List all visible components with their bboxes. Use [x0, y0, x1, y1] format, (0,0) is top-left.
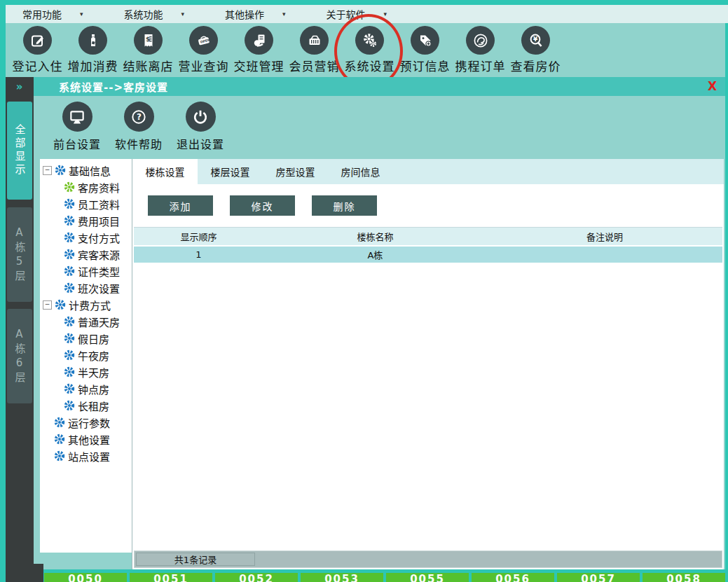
- membership-card-icon: [300, 26, 329, 55]
- content-panel: 楼栋设置 楼层设置 房型设置 房间信息 添加 修改 删除 显示顺序 楼栋名称 备…: [132, 159, 724, 569]
- room-tile[interactable]: 0057: [557, 573, 640, 582]
- settings-toolbar-label: 前台设置: [53, 135, 101, 152]
- tree-label: 宾客来源: [78, 247, 120, 262]
- toolbar-label: 预订信息: [400, 57, 451, 74]
- column-header-display-order: 显示顺序: [134, 230, 263, 243]
- delete-button[interactable]: 删除: [312, 195, 377, 216]
- settings-toolbar-label: 软件帮助: [115, 135, 163, 152]
- tree-label: 计费方式: [69, 298, 111, 312]
- gear-icon: [54, 450, 65, 462]
- tab-room-info[interactable]: 房间信息: [328, 159, 393, 184]
- svg-text:¥: ¥: [533, 36, 538, 43]
- toolbar-checkout-button[interactable]: $ 结账离店: [121, 26, 176, 74]
- tree-node-runtime-params[interactable]: 运行参数: [41, 414, 132, 431]
- toolbar-label: 携程订单: [455, 57, 506, 74]
- record-count: 共1条记录: [136, 553, 255, 566]
- tree-node-shift-settings[interactable]: 班次设置: [41, 279, 132, 296]
- tree-node-staff-data[interactable]: 员工资料: [41, 195, 132, 212]
- tree-node-long-term-room[interactable]: 长租房: [41, 397, 132, 414]
- gear-icon: [64, 249, 75, 260]
- tree-label: 客房资料: [78, 180, 120, 195]
- menu-item-about-software[interactable]: 关于软件 ▾: [310, 5, 411, 23]
- room-price-search-icon: ¥: [521, 26, 550, 55]
- room-tile[interactable]: 0055: [386, 573, 469, 582]
- toolbar-add-consumption-button[interactable]: 增加消费: [65, 26, 121, 74]
- room-tile[interactable]: 0050: [44, 573, 127, 582]
- gear-icon: [64, 232, 75, 243]
- toolbar-booking-info-button[interactable]: 预订信息: [397, 26, 453, 74]
- side-tab-building-a-floor5[interactable]: A栋5层: [7, 207, 32, 302]
- modify-button[interactable]: 修改: [230, 195, 295, 216]
- add-button[interactable]: 添加: [148, 195, 213, 216]
- toolbar-view-room-price-button[interactable]: ¥ 查看房价: [508, 26, 563, 74]
- tree-node-basic-info[interactable]: − 基础信息: [41, 162, 132, 179]
- menu-item-other-operations[interactable]: 其他操作 ▾: [208, 5, 310, 23]
- gear-icon: [64, 282, 75, 293]
- software-help-button[interactable]: ? 软件帮助: [108, 102, 170, 152]
- sidebar-collapse-icon[interactable]: »: [6, 77, 34, 93]
- menu-item-system-functions[interactable]: 系统功能 ▾: [107, 5, 209, 23]
- toolbar-membership-marketing-button[interactable]: 会员营销: [287, 26, 342, 74]
- toolbar-ctrip-orders-button[interactable]: 携程订单: [453, 26, 508, 74]
- side-tab-building-a-floor6[interactable]: A栋6层: [7, 309, 32, 403]
- chevron-down-icon: ▾: [384, 11, 387, 18]
- toolbar-label: 查看房价: [511, 57, 561, 74]
- menu-bar: 常用功能 ▾ 系统功能 ▾ 其他操作 ▾ 关于软件 ▾: [6, 5, 728, 23]
- exit-settings-button[interactable]: 退出设置: [170, 102, 231, 152]
- toolbar-label: 登记入住: [13, 57, 63, 74]
- tree-node-hourly-room[interactable]: 钟点房: [41, 380, 132, 397]
- side-tab-show-all[interactable]: 全部显示: [7, 102, 32, 200]
- tree-node-fee-items[interactable]: 费用项目: [41, 212, 132, 229]
- app-window: 常用功能 ▾ 系统功能 ▾ 其他操作 ▾ 关于软件 ▾ 登记入住 增加消费: [0, 0, 728, 582]
- tree-label: 半天房: [78, 365, 109, 380]
- tree-expander-icon[interactable]: −: [43, 166, 52, 175]
- room-tile[interactable]: 0058: [643, 573, 725, 582]
- tree-node-id-types[interactable]: 证件类型: [41, 263, 132, 279]
- settings-toolbar-label: 退出设置: [177, 135, 224, 152]
- room-tile[interactable]: 0053: [301, 573, 383, 582]
- tree-node-site-settings[interactable]: 站点设置: [41, 448, 132, 464]
- room-tile[interactable]: 0052: [215, 573, 298, 582]
- toolbar-checkin-button[interactable]: 登记入住: [10, 26, 65, 74]
- frontdesk-monitor-icon: [62, 102, 92, 132]
- table-row[interactable]: 1 A栋: [134, 247, 722, 264]
- close-icon[interactable]: X: [708, 79, 717, 93]
- tree-node-payment-methods[interactable]: 支付方式: [41, 229, 132, 246]
- toolbar-label: 结账离店: [123, 57, 174, 74]
- toolbar-business-query-button[interactable]: OPEN 营业查询: [176, 26, 231, 74]
- tree-node-midnight-room[interactable]: 午夜房: [41, 347, 132, 363]
- consume-bottle-icon: [78, 26, 107, 55]
- chevron-down-icon: ▾: [282, 11, 286, 18]
- room-tile[interactable]: 0056: [472, 573, 554, 582]
- status-bar: 共1条记录: [134, 550, 722, 568]
- tree-node-other-settings[interactable]: 其他设置: [41, 431, 132, 448]
- tab-floor-settings[interactable]: 楼层设置: [198, 159, 263, 184]
- tree-node-billing-methods[interactable]: − 计费方式: [41, 296, 132, 313]
- tree-node-half-day-room[interactable]: 半天房: [41, 363, 132, 380]
- tab-room-type-settings[interactable]: 房型设置: [263, 159, 328, 184]
- room-tile[interactable]: 0051: [130, 573, 212, 582]
- tree-node-room-data[interactable]: 客房资料: [41, 179, 132, 195]
- cell-display-order: 1: [134, 249, 263, 260]
- exit-power-icon: [186, 102, 216, 132]
- tree-label: 钟点房: [78, 382, 109, 396]
- gear-icon: [64, 366, 75, 377]
- tree-node-normal-day-room[interactable]: 普通天房: [41, 313, 132, 330]
- tree-expander-icon[interactable]: −: [43, 300, 52, 310]
- toolbar-system-settings-button[interactable]: 系统设置: [342, 26, 397, 74]
- tree-node-holiday-room[interactable]: 假日房: [41, 330, 132, 347]
- tree-label: 午夜房: [78, 348, 109, 363]
- toolbar-shift-management-button[interactable]: 交班管理: [231, 26, 287, 74]
- gear-icon: [55, 165, 66, 176]
- tab-building-settings[interactable]: 楼栋设置: [132, 159, 198, 184]
- tree-label: 班次设置: [78, 281, 120, 296]
- left-sidebar: » 全部显示 A栋5层 A栋6层: [6, 77, 34, 582]
- menu-item-common-functions[interactable]: 常用功能 ▾: [6, 5, 107, 23]
- table-header-row: 显示顺序 楼栋名称 备注说明: [134, 228, 722, 247]
- tree-label: 运行参数: [68, 415, 110, 430]
- action-button-row: 添加 修改 删除: [132, 184, 724, 224]
- tree-node-guest-sources[interactable]: 宾客来源: [41, 246, 132, 263]
- tree-label: 支付方式: [78, 230, 120, 245]
- frontdesk-settings-button[interactable]: 前台设置: [46, 102, 108, 152]
- booking-tag-icon: [411, 26, 439, 55]
